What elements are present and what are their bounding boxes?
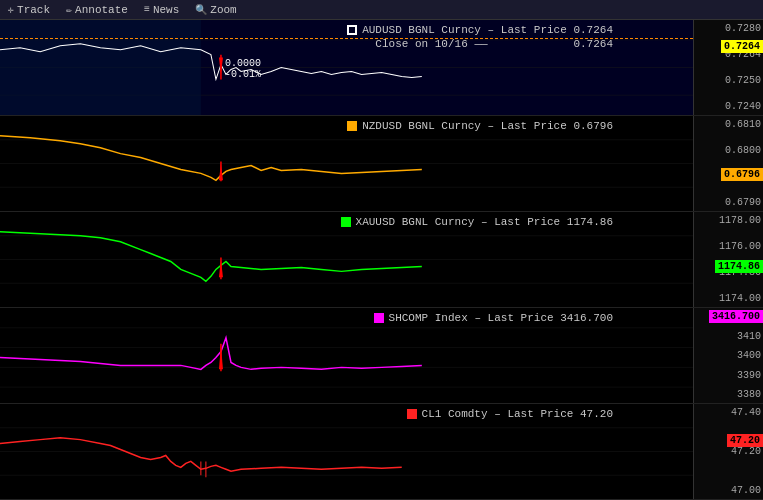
track-icon: ✛ [8,4,14,16]
svg-rect-3 [0,20,201,115]
news-button[interactable]: ≡ News [144,4,179,16]
audusd-close-text: Close on 10/16 —— 0.7264 [375,38,613,50]
annotate-icon: ✏ [66,4,72,16]
audusd-price-axis: 0.7280 0.7264 0.7250 0.7240 0.7264 [693,20,763,115]
zoom-button[interactable]: 🔍 Zoom [195,4,236,16]
cl1-price-axis: 47.40 47.20 47.00 47.20 [693,404,763,499]
track-button[interactable]: ✛ Track [8,4,50,16]
nzdusd-legend: NZDUSD BGNL Curncy – Last Price 0.6796 [347,120,613,132]
cl1-price-3: 47.00 [696,485,761,496]
zoom-icon: 🔍 [195,4,207,16]
cl1-price-2: 47.20 [696,446,761,457]
xauusd-price-4: 1174.00 [696,293,761,304]
nzdusd-price-2: 0.6800 [696,145,761,156]
nzdusd-price-1: 0.6810 [696,119,761,130]
nzdusd-legend-icon [347,121,357,131]
nzdusd-price-axis: 0.6810 0.6800 0.6796 0.6790 0.6796 [693,116,763,211]
xauusd-price-2: 1176.00 [696,241,761,252]
nzdusd-panel: NZDUSD BGNL Curncy – Last Price 0.6796 0… [0,116,763,212]
audusd-legend-icon [347,25,357,35]
xauusd-legend: XAUUSD BGNL Curncy – Last Price 1174.86 [341,216,613,228]
track-label: Track [17,4,50,16]
cl1-chart-area[interactable]: CL1 Comdty – Last Price 47.20 [0,404,693,499]
audusd-price-4: 0.7240 [696,101,761,112]
nzdusd-chart-area[interactable]: NZDUSD BGNL Curncy – Last Price 0.6796 [0,116,693,211]
cl1-legend: CL1 Comdty – Last Price 47.20 [407,408,613,420]
xauusd-legend-text: XAUUSD BGNL Curncy – Last Price 1174.86 [356,216,613,228]
annotate-label: Annotate [75,4,128,16]
audusd-price-3: 0.7250 [696,75,761,86]
xauusd-price-highlight: 1174.86 [715,260,763,273]
shcomp-legend: SHCOMP Index – Last Price 3416.700 [374,312,613,324]
audusd-legend-text: AUDUSD BGNL Curncy – Last Price 0.7264 [362,24,613,36]
charts-container: 0.0000 -0.01% AUDUSD BGNL Curncy – Last … [0,20,763,500]
shcomp-price-axis: 3416.700 3410 3400 3390 3380 3416.700 [693,308,763,403]
shcomp-legend-text: SHCOMP Index – Last Price 3416.700 [389,312,613,324]
news-icon: ≡ [144,4,150,15]
shcomp-panel: SHCOMP Index – Last Price 3416.700 3416.… [0,308,763,404]
shcomp-price-2: 3410 [696,331,761,342]
shcomp-price-3: 3400 [696,350,761,361]
toolbar: ✛ Track ✏ Annotate ≡ News 🔍 Zoom [0,0,763,20]
audusd-price-1: 0.7280 [696,23,761,34]
xauusd-price-1: 1178.00 [696,215,761,226]
nzdusd-legend-text: NZDUSD BGNL Curncy – Last Price 0.6796 [362,120,613,132]
cl1-panel: CL1 Comdty – Last Price 47.20 47.40 47.2… [0,404,763,500]
shcomp-price-highlight: 3416.700 [709,310,763,323]
audusd-price-highlight: 0.7264 [721,40,763,53]
xauusd-panel: XAUUSD BGNL Curncy – Last Price 1174.86 … [0,212,763,308]
shcomp-price-5: 3380 [696,389,761,400]
cl1-legend-icon [407,409,417,419]
nzdusd-price-4: 0.6790 [696,197,761,208]
zoom-label: Zoom [210,4,236,16]
annotate-button[interactable]: ✏ Annotate [66,4,128,16]
cl1-price-1: 47.40 [696,407,761,418]
audusd-chart-area[interactable]: 0.0000 -0.01% AUDUSD BGNL Curncy – Last … [0,20,693,115]
audusd-panel: 0.0000 -0.01% AUDUSD BGNL Curncy – Last … [0,20,763,116]
shcomp-price-4: 3390 [696,370,761,381]
xauusd-chart-area[interactable]: XAUUSD BGNL Curncy – Last Price 1174.86 [0,212,693,307]
xauusd-price-axis: 1178.00 1176.00 1174.86 1174.00 1174.86 [693,212,763,307]
cl1-price-highlight: 47.20 [727,434,763,447]
cl1-legend-text: CL1 Comdty – Last Price 47.20 [422,408,613,420]
nzdusd-price-highlight: 0.6796 [721,168,763,181]
news-label: News [153,4,179,16]
xauusd-legend-icon [341,217,351,227]
audusd-annotation: 0.0000 -0.01% [225,58,261,80]
audusd-legend: AUDUSD BGNL Curncy – Last Price 0.7264 [347,24,613,36]
shcomp-legend-icon [374,313,384,323]
shcomp-chart-area[interactable]: SHCOMP Index – Last Price 3416.700 [0,308,693,403]
